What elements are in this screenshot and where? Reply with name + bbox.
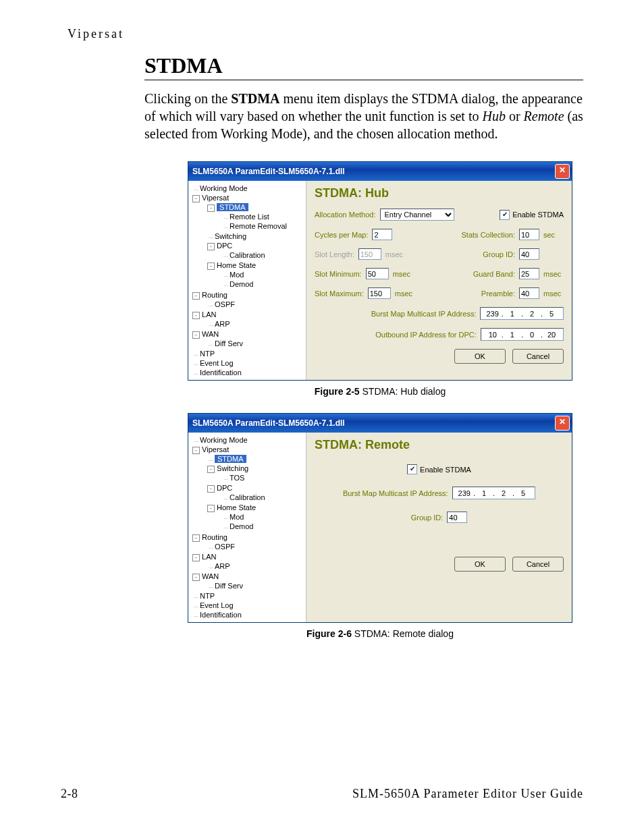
tree-item[interactable]: WAN	[202, 572, 219, 580]
cycles-label: Cycles per Map:	[315, 231, 368, 239]
group-id-input[interactable]	[447, 512, 467, 523]
tree-item[interactable]: Identification	[200, 611, 242, 619]
cycles-per-map-input[interactable]	[372, 229, 392, 240]
expander-icon[interactable]: -	[192, 331, 200, 339]
expander-icon[interactable]: -	[192, 292, 200, 300]
tree-item[interactable]: OSPF	[215, 300, 235, 308]
expander-icon[interactable]: -	[207, 505, 215, 512]
tree-item[interactable]: LAN	[202, 310, 216, 319]
body-text: Clicking on the STDMA menu item displays…	[144, 90, 583, 142]
cancel-button[interactable]: Cancel	[512, 349, 564, 364]
burst-ip-input[interactable]: 239. 1. 2. 5	[480, 307, 564, 320]
slot-minimum-input[interactable]	[366, 268, 389, 279]
tree-item-selected[interactable]: STDMA	[217, 203, 248, 211]
enable-stdma-checkbox[interactable]: ✔	[500, 210, 510, 220]
tree-item[interactable]: WAN	[202, 330, 219, 338]
expander-icon[interactable]: -	[207, 263, 215, 270]
close-button[interactable]: ✕	[555, 164, 570, 179]
tree-item: Vipersat	[202, 445, 229, 453]
tree-item[interactable]: Diff Serv	[215, 339, 243, 348]
tree-item[interactable]: NTP	[200, 350, 215, 358]
slotlen-unit: msec	[385, 250, 403, 258]
stdma-remote-dialog: SLM5650A ParamEdit-SLM5650A-7.1.dll ✕ —W…	[188, 413, 572, 623]
burst-label: Burst Map Multicast IP Address:	[343, 489, 448, 497]
expander-icon[interactable]: -	[192, 574, 200, 581]
tree-item[interactable]: Mod	[230, 271, 244, 279]
form-title: STDMA: Hub	[315, 186, 564, 200]
tree-item[interactable]: DPC	[217, 484, 232, 492]
tree-item[interactable]: OSPF	[215, 543, 235, 551]
tree-item[interactable]: Switching	[215, 232, 246, 240]
dpc-label: Outbound IP Address for DPC:	[375, 331, 477, 339]
enable-stdma-label: Enable STDMA	[512, 211, 564, 219]
expander-icon[interactable]: -	[207, 466, 215, 473]
cancel-button[interactable]: Cancel	[512, 557, 564, 572]
preamble-input[interactable]	[519, 287, 539, 299]
stdma-hub-dialog: SLM5650A ParamEdit-SLM5650A-7.1.dll ✕ —W…	[188, 161, 572, 381]
tree-item[interactable]: Demod	[230, 280, 253, 288]
tree-item[interactable]: Remote List	[230, 213, 269, 221]
tree-item[interactable]: Event Log	[200, 359, 234, 367]
slot-maximum-input[interactable]	[368, 287, 391, 299]
ok-button[interactable]: OK	[454, 349, 506, 364]
tree-item[interactable]: Routing	[202, 533, 227, 541]
footer-title: SLM-5650A Parameter Editor User Guide	[352, 787, 583, 801]
tree-item-selected[interactable]: STDMA	[215, 455, 246, 463]
dialog-title: SLM5650A ParamEdit-SLM5650A-7.1.dll	[192, 167, 345, 176]
expander-icon[interactable]: -	[207, 204, 215, 212]
group-id-input[interactable]	[519, 248, 539, 260]
tree-item[interactable]: Calibration	[230, 493, 265, 501]
guard-unit: msec	[543, 270, 564, 278]
dpc-ip-input[interactable]: 10. 1. 0. 20	[481, 328, 564, 341]
dialog-titlebar: SLM5650A ParamEdit-SLM5650A-7.1.dll ✕	[188, 162, 572, 181]
expander-icon[interactable]: -	[192, 554, 200, 561]
tree-item[interactable]: ARP	[215, 562, 230, 570]
tree-item: Vipersat	[202, 194, 229, 202]
tree-item[interactable]: Switching	[217, 464, 248, 472]
dialog-title: SLM5650A ParamEdit-SLM5650A-7.1.dll	[192, 418, 345, 428]
tree-item[interactable]: Mod	[230, 513, 244, 521]
tree-item[interactable]: Event Log	[200, 601, 234, 609]
expander-icon[interactable]: -	[192, 312, 200, 319]
expander-icon[interactable]: -	[207, 243, 215, 250]
tree-item[interactable]: Home State	[217, 261, 256, 269]
slotmax-label: Slot Maximum:	[315, 289, 364, 298]
tree-item[interactable]: Demod	[230, 522, 253, 530]
alloc-label: Allocation Method:	[315, 211, 376, 219]
slotmin-label: Slot Minimum:	[315, 270, 362, 278]
close-button[interactable]: ✕	[555, 416, 570, 431]
tree-item[interactable]: Routing	[202, 291, 227, 299]
burst-ip-input[interactable]: 239. 1. 2. 5	[452, 487, 536, 499]
stats-label: Stats Collection:	[462, 231, 515, 239]
tree-item: Working Mode	[200, 436, 248, 444]
tree-item[interactable]: Identification	[200, 368, 242, 377]
figure-caption-1: Figure 2-5 STDMA: Hub dialog	[188, 386, 572, 397]
ok-button[interactable]: OK	[454, 557, 506, 572]
tree-item[interactable]: LAN	[202, 553, 216, 561]
tree-item[interactable]: DPC	[217, 242, 232, 250]
expander-icon[interactable]: -	[207, 485, 215, 493]
preamble-unit: msec	[543, 289, 564, 298]
expander-icon[interactable]: -	[192, 534, 200, 542]
tree-item[interactable]: Diff Serv	[215, 582, 243, 590]
stats-collection-input[interactable]	[519, 229, 539, 240]
tree-pane[interactable]: —Working Mode - Vipersat —STDMA - Switch…	[188, 433, 306, 622]
tree-item[interactable]: TOS	[230, 474, 244, 482]
page-number: 2-8	[61, 787, 78, 801]
slotlen-label: Slot Length:	[315, 250, 354, 258]
allocation-method-dropdown[interactable]: Entry Channel	[380, 209, 454, 221]
expander-icon[interactable]: -	[192, 195, 200, 202]
tree-item: Working Mode	[200, 184, 248, 192]
section-title: STDMA	[144, 53, 583, 78]
tree-item[interactable]: Remote Removal	[230, 222, 287, 230]
tree-item[interactable]: ARP	[215, 320, 230, 328]
guard-band-input[interactable]	[519, 268, 539, 279]
groupid-label: Group ID:	[411, 514, 444, 522]
tree-item[interactable]: Calibration	[230, 251, 265, 259]
enable-stdma-label: Enable STDMA	[420, 466, 471, 474]
tree-pane[interactable]: —Working Mode - Vipersat - STDMA —Remote…	[188, 181, 306, 380]
tree-item[interactable]: Home State	[217, 503, 256, 512]
tree-item[interactable]: NTP	[200, 592, 215, 600]
expander-icon[interactable]: -	[192, 447, 200, 454]
enable-stdma-checkbox[interactable]: ✔	[407, 464, 417, 474]
